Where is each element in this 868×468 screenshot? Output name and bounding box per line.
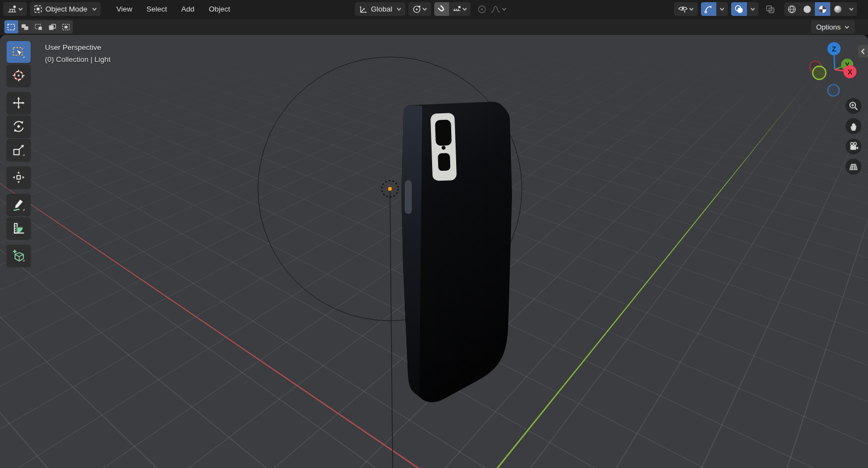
annotate-icon (12, 198, 26, 212)
view-name: User Perspective (45, 42, 111, 54)
toggle-xray-icon (765, 4, 775, 14)
rendered-shading-icon (833, 4, 843, 14)
shading-wireframe[interactable] (784, 2, 800, 16)
pan-button[interactable] (846, 118, 861, 134)
tool-add-cube[interactable] (7, 245, 31, 267)
projection-grid-icon (848, 161, 859, 172)
falloff-curve-icon (490, 4, 501, 14)
select-mode-intersect[interactable] (59, 20, 73, 33)
pan-hand-icon (849, 122, 859, 131)
transform-orientation-icon (358, 4, 368, 14)
overlays-toggle[interactable] (731, 2, 747, 16)
select-mode-invert[interactable] (45, 20, 59, 33)
navigation-gizmo[interactable]: Z Y X (804, 39, 865, 100)
select-subtract-icon (35, 24, 43, 31)
gizmo-neg-y-ball (813, 66, 826, 79)
proportional-editing-group[interactable] (474, 2, 510, 16)
snap-toggle[interactable] (434, 2, 449, 16)
pivot-point-selector[interactable] (409, 2, 431, 16)
select-set-icon (7, 24, 15, 31)
shading-dropdown[interactable] (846, 2, 857, 16)
transform-orientation-selector[interactable]: Global (355, 2, 405, 16)
orientation-label: Global (371, 5, 392, 13)
chevron-down-icon (501, 6, 507, 12)
camera-module (430, 113, 457, 181)
display-cluster (674, 2, 865, 16)
scene-canvas (0, 35, 868, 468)
snap-magnet-icon (437, 4, 446, 14)
projection-toggle-button[interactable] (846, 159, 861, 175)
tool-rotate[interactable] (7, 115, 31, 137)
gizmos-icon (704, 4, 714, 14)
gizmo-x-label: X (848, 68, 853, 76)
viewport-overlay-text: User Perspective (0) Collection | Light (45, 42, 111, 66)
overlays-group (731, 2, 758, 16)
select-mode-extend[interactable] (18, 20, 32, 33)
camera-icon (848, 141, 859, 152)
phone-object[interactable] (401, 102, 512, 402)
zoom-icon (848, 101, 859, 111)
camera-view-button[interactable] (846, 138, 861, 154)
3d-viewport[interactable]: User Perspective (0) Collection | Light (0, 35, 868, 468)
gizmo-neg-z-ball (828, 85, 840, 96)
chevron-down-icon (719, 6, 725, 12)
chevron-down-icon (844, 24, 850, 30)
menu-add[interactable]: Add (174, 2, 202, 16)
mode-selector[interactable]: Object Mode (30, 2, 101, 16)
menu-view[interactable]: View (110, 2, 140, 16)
wireframe-shading-icon (787, 4, 797, 14)
add-cube-icon (12, 249, 26, 263)
rotate-icon (12, 119, 26, 134)
zoom-button[interactable] (846, 98, 861, 114)
sidebar-toggle[interactable] (858, 45, 868, 57)
transform-cluster: Global (355, 2, 514, 16)
shading-rendered[interactable] (830, 2, 846, 16)
chevron-down-icon (396, 6, 402, 12)
shading-group (784, 2, 857, 16)
shading-solid[interactable] (800, 2, 815, 16)
solid-shading-icon (802, 4, 812, 14)
pivot-point-icon (412, 4, 422, 14)
shading-material-preview[interactable] (815, 2, 830, 16)
options-label: Options (816, 23, 841, 31)
snap-target-selector[interactable] (449, 2, 470, 16)
overlays-dropdown[interactable] (747, 2, 758, 16)
menu-object[interactable]: Object (202, 2, 237, 16)
mode-label: Object Mode (45, 5, 88, 13)
menu-select[interactable]: Select (140, 2, 175, 16)
move-icon (12, 96, 26, 110)
overlays-icon (734, 4, 744, 14)
snap-increment-icon (452, 4, 462, 14)
tool-select-box[interactable] (7, 41, 31, 63)
phone-side-face (401, 105, 422, 396)
select-mode-set[interactable] (4, 20, 18, 33)
gizmos-dropdown[interactable] (716, 2, 728, 16)
xray-toggle[interactable] (762, 2, 779, 16)
show-hide-icon (677, 4, 688, 14)
tool-cursor[interactable] (7, 65, 31, 86)
tool-scale[interactable] (7, 139, 31, 161)
editor-3d-viewport-icon (7, 4, 18, 14)
blender-window: Object Mode View Select Add Object Globa… (0, 0, 868, 468)
chevron-down-icon (462, 6, 468, 12)
proportional-editing-icon (477, 4, 487, 14)
options-button[interactable]: Options (811, 20, 855, 33)
select-mode-subtract[interactable] (32, 20, 45, 33)
chevron-down-icon (18, 6, 24, 12)
cursor-icon (12, 68, 26, 83)
material-preview-shading-icon (818, 4, 827, 14)
select-extend-icon (21, 24, 29, 31)
tool-annotate[interactable] (7, 194, 31, 216)
chevron-down-icon (422, 6, 428, 12)
editor-type-selector[interactable] (3, 2, 27, 16)
tool-measure[interactable] (7, 217, 31, 239)
snapping-group (434, 2, 470, 16)
gizmos-toggle[interactable] (701, 2, 716, 16)
tool-transform[interactable] (7, 166, 31, 188)
select-mode-group (4, 20, 73, 33)
tool-move[interactable] (7, 92, 31, 114)
viewport-header: Object Mode View Select Add Object Globa… (0, 0, 868, 18)
phone-side-button (405, 180, 412, 214)
object-mode-icon (33, 4, 43, 14)
visibility-selector[interactable] (674, 2, 698, 16)
